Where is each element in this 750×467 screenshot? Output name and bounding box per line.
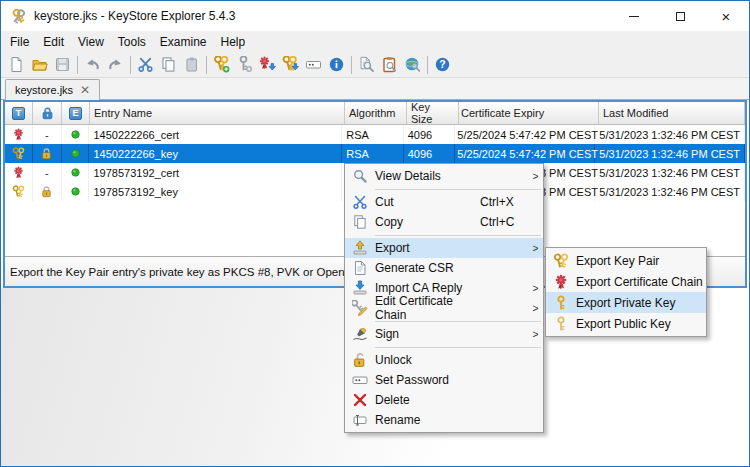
submenu-item-export-private-key[interactable]: Export Private Key <box>546 292 706 313</box>
examine-file-button[interactable] <box>355 54 378 76</box>
copy-icon <box>345 214 375 230</box>
submenu-item-export-public-key[interactable]: Export Public Key <box>546 313 706 334</box>
status-bar-text: Export the Key Pair entry's private key … <box>10 266 366 278</box>
cut-button[interactable] <box>134 54 157 76</box>
generate-secret-key-icon <box>236 56 253 73</box>
submenu-item-export-certificate-chain[interactable]: Export Certificate Chain <box>546 271 706 292</box>
menu-item-cut[interactable]: Cut Ctrl+X <box>345 192 543 212</box>
column-header-type[interactable]: T <box>5 102 33 124</box>
shortcut-label: Ctrl+C <box>480 215 528 229</box>
tab-close-icon[interactable]: ✕ <box>80 84 90 96</box>
menu-item-export[interactable]: Export > <box>345 238 543 258</box>
save-disk-icon <box>54 56 71 73</box>
submenu-arrow-icon: > <box>528 329 543 340</box>
menu-separator <box>375 318 541 324</box>
examine-clipboard-icon <box>381 56 398 73</box>
menu-help[interactable]: Help <box>214 33 253 51</box>
column-header-algorithm[interactable]: Algorithm <box>345 102 407 124</box>
properties-button[interactable] <box>325 54 348 76</box>
trusted-certificate-icon <box>12 128 25 141</box>
minimize-button[interactable] <box>611 1 657 31</box>
status-ok-icon <box>69 147 82 160</box>
menu-separator <box>375 344 541 350</box>
trusted-certificate-icon <box>12 166 25 179</box>
examine-clipboard-button[interactable] <box>378 54 401 76</box>
menu-item-delete[interactable]: Delete <box>345 390 543 410</box>
entry-context-menu: View Details > Cut Ctrl+X Copy Ctrl+C Ex… <box>344 163 544 433</box>
help-button[interactable]: ? <box>431 54 454 76</box>
menu-view[interactable]: View <box>71 33 111 51</box>
generate-key-pair-button[interactable] <box>210 54 233 76</box>
menu-tools[interactable]: Tools <box>111 33 153 51</box>
table-row-selected[interactable]: 1450222266_key RSA 4096 5/25/2024 5:47:4… <box>5 144 745 163</box>
menu-examine[interactable]: Examine <box>153 33 214 51</box>
document-icon <box>345 260 375 276</box>
redo-button[interactable] <box>104 54 127 76</box>
app-keys-icon <box>10 8 27 25</box>
tab-bar: keystore.jks ✕ <box>1 78 749 100</box>
info-icon <box>328 56 345 73</box>
generate-key-pair-icon <box>213 56 230 73</box>
cell-key-size: 4096 <box>404 125 456 144</box>
cell-last-modified: 5/31/2023 1:32:46 PM CEST <box>595 182 745 201</box>
column-header-lock[interactable] <box>33 102 62 124</box>
menu-edit[interactable]: Edit <box>36 33 71 51</box>
password-icon <box>345 372 375 388</box>
open-folder-icon <box>31 56 48 73</box>
set-password-button[interactable] <box>302 54 325 76</box>
menu-separator <box>375 232 541 238</box>
new-keystore-button[interactable] <box>5 54 28 76</box>
tab-keystore-jks[interactable]: keystore.jks ✕ <box>5 79 100 100</box>
cell-entry-name: 1450222266_cert <box>89 125 342 144</box>
table-header: T E Entry Name Algorithm Key Size Certif… <box>5 102 745 125</box>
key-pair-icon <box>12 185 25 198</box>
menu-item-unlock[interactable]: Unlock <box>345 350 543 370</box>
examine-file-icon <box>358 56 375 73</box>
menu-item-edit-certificate-chain[interactable]: Edit Certificate Chain > <box>345 298 543 318</box>
toolbar-separator <box>130 56 131 74</box>
import-key-pair-button[interactable] <box>279 54 302 76</box>
export-submenu: Export Key Pair Export Certificate Chain… <box>545 247 707 337</box>
generate-secret-key-button[interactable] <box>233 54 256 76</box>
cell-last-modified: 5/31/2023 1:32:46 PM CEST <box>595 125 745 144</box>
cell-entry-name: 1978573192_key <box>89 182 342 201</box>
column-header-entry-name[interactable]: Entry Name <box>90 102 345 124</box>
undo-button[interactable] <box>81 54 104 76</box>
open-keystore-button[interactable] <box>28 54 51 76</box>
menu-item-copy[interactable]: Copy Ctrl+C <box>345 212 543 232</box>
submenu-item-export-key-pair[interactable]: Export Key Pair <box>546 250 706 271</box>
column-header-certificate-expiry[interactable]: Certificate Expiry <box>459 102 599 124</box>
menu-bar: File Edit View Tools Examine Help <box>1 31 749 52</box>
import-key-pair-icon <box>282 56 299 73</box>
locked-icon <box>40 185 53 198</box>
toolbar-separator <box>77 56 78 74</box>
copy-button[interactable] <box>157 54 180 76</box>
import-certificate-icon <box>259 56 276 73</box>
close-button[interactable]: × <box>703 1 749 31</box>
delete-x-icon <box>345 392 375 408</box>
menu-item-view-details[interactable]: View Details > <box>345 166 543 186</box>
unlock-icon <box>345 352 375 368</box>
menu-file[interactable]: File <box>3 33 36 51</box>
submenu-arrow-icon: > <box>528 283 543 294</box>
menu-item-set-password[interactable]: Set Password <box>345 370 543 390</box>
import-trusted-certificate-button[interactable] <box>256 54 279 76</box>
menu-item-generate-csr[interactable]: Generate CSR <box>345 258 543 278</box>
save-keystore-button[interactable] <box>51 54 74 76</box>
examine-ssl-button[interactable] <box>401 54 424 76</box>
menu-item-rename[interactable]: Rename <box>345 410 543 430</box>
column-header-key-size[interactable]: Key Size <box>407 102 459 124</box>
column-header-expiry-status[interactable]: E <box>62 102 90 124</box>
paste-button[interactable] <box>180 54 203 76</box>
new-file-icon <box>8 56 25 73</box>
menu-item-sign[interactable]: Sign > <box>345 324 543 344</box>
window-controls: × <box>611 1 749 31</box>
magnifier-icon <box>345 168 375 184</box>
cell-certificate-expiry: 5/25/2024 5:47:42 PM CEST <box>455 125 595 144</box>
submenu-arrow-icon: > <box>528 303 543 314</box>
maximize-button[interactable] <box>657 1 703 31</box>
key-pair-icon <box>546 253 576 269</box>
column-header-last-modified[interactable]: Last Modified <box>599 102 745 124</box>
table-row[interactable]: - 1450222266_cert RSA 4096 5/25/2024 5:4… <box>5 125 745 144</box>
toolbar: ? <box>1 52 749 78</box>
